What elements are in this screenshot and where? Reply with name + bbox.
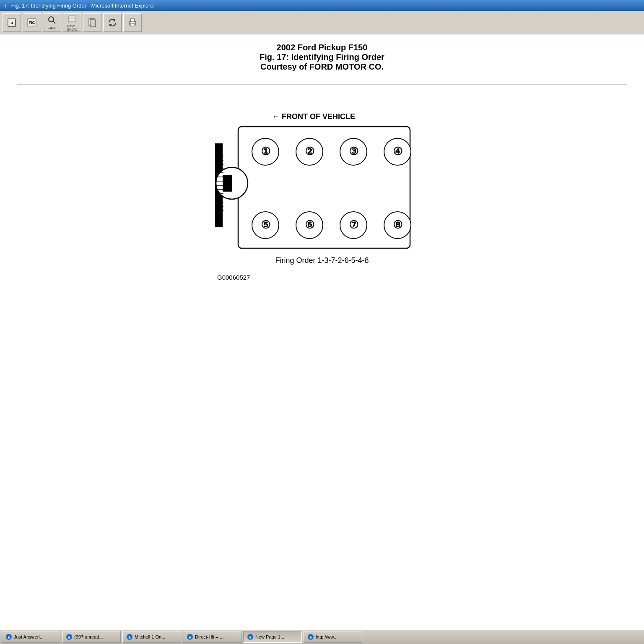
fig-button[interactable]: FIG xyxy=(23,13,41,32)
taskbar-item-unread[interactable]: e (997 unread... xyxy=(62,631,121,643)
svg-rect-9 xyxy=(90,20,96,27)
svg-text:③: ③ xyxy=(349,145,358,158)
taskbar-label-2: (997 unread... xyxy=(74,634,103,639)
prev-fig-icon: ◄ xyxy=(7,18,17,28)
svg-text:e: e xyxy=(128,635,130,639)
find-button[interactable]: FIND xyxy=(43,13,61,32)
svg-text:①: ① xyxy=(261,145,270,158)
taskbar-item-newpage[interactable]: e New Page 1 ... xyxy=(243,631,302,643)
svg-text:e: e xyxy=(189,635,191,639)
taskbar-ie-icon-6: e xyxy=(307,634,314,640)
taskbar-label-1: Just Answerl... xyxy=(14,634,44,639)
fig-title: Fig. 17: Identifying Firing Order xyxy=(17,52,627,62)
hide-show-button[interactable]: HIDESHOW xyxy=(63,13,81,32)
svg-text:← FRONT OF VEHICLE: ← FRONT OF VEHICLE xyxy=(272,112,355,121)
copy-button[interactable] xyxy=(83,13,101,32)
svg-text:Firing Order 1-3-7-2-6-5-4-8: Firing Order 1-3-7-2-6-5-4-8 xyxy=(275,256,369,265)
taskbar-ie-icon-4: e xyxy=(187,634,193,640)
svg-rect-6 xyxy=(68,16,76,22)
svg-line-5 xyxy=(53,21,55,23)
print-button[interactable] xyxy=(123,13,142,32)
hide-show-icon xyxy=(67,14,77,24)
page-header: 2002 Ford Pickup F150 Fig. 17: Identifyi… xyxy=(17,43,627,72)
svg-text:⑧: ⑧ xyxy=(393,218,402,231)
svg-text:⑤: ⑤ xyxy=(261,218,270,231)
taskbar-label-6: http://ww... xyxy=(316,634,338,639)
taskbar-item-http[interactable]: e http://ww... xyxy=(304,631,362,643)
svg-text:⑥: ⑥ xyxy=(305,218,314,231)
taskbar: e Just Answerl... e (997 unread... e Mit… xyxy=(0,629,644,644)
svg-text:FIG: FIG xyxy=(29,21,35,25)
vehicle-title: 2002 Ford Pickup F150 xyxy=(17,43,627,52)
taskbar-item-directhit[interactable]: e Direct-Hit -- ... xyxy=(183,631,242,643)
diagram-container: ← FRONT OF VEHICLE xyxy=(17,101,627,286)
refresh-button[interactable] xyxy=(103,13,122,32)
refresh-icon xyxy=(107,18,117,28)
print-icon xyxy=(127,18,138,28)
main-content: 2002 Ford Pickup F150 Fig. 17: Identifyi… xyxy=(0,34,644,629)
svg-rect-12 xyxy=(130,23,135,26)
toolbar: ◄ FIG FIND HIDESHOW xyxy=(0,11,644,34)
svg-text:e: e xyxy=(309,635,312,639)
taskbar-item-mitchell[interactable]: e Mitchell 1 On... xyxy=(122,631,181,643)
taskbar-item-justanswer[interactable]: e Just Answerl... xyxy=(2,631,60,643)
taskbar-ie-icon-3: e xyxy=(126,634,133,640)
svg-text:e: e xyxy=(8,635,10,639)
title-bar-text: n - Fig. 17: Identifying Firing Order - … xyxy=(3,3,155,9)
svg-text:e: e xyxy=(249,635,251,639)
taskbar-label-5: New Page 1 ... xyxy=(255,634,286,639)
taskbar-label-4: Direct-Hit -- ... xyxy=(195,634,223,639)
courtesy-text: Courtesy of FORD MOTOR CO. xyxy=(17,62,627,72)
find-icon xyxy=(47,15,57,25)
svg-rect-31 xyxy=(223,175,232,192)
taskbar-ie-icon-2: e xyxy=(66,634,73,640)
prev-fig-button[interactable]: ◄ xyxy=(3,13,21,32)
fig-icon: FIG xyxy=(27,18,37,28)
svg-text:④: ④ xyxy=(393,145,402,158)
taskbar-ie-icon-5: e xyxy=(247,634,254,640)
firing-order-diagram: ← FRONT OF VEHICLE xyxy=(192,101,452,286)
copy-icon xyxy=(87,18,97,28)
taskbar-label-3: Mitchell 1 On... xyxy=(135,634,165,639)
svg-rect-11 xyxy=(130,19,135,22)
svg-text:②: ② xyxy=(305,145,314,158)
svg-text:⑦: ⑦ xyxy=(349,218,358,231)
header-divider xyxy=(17,84,627,85)
svg-text:G00060527: G00060527 xyxy=(217,274,250,281)
taskbar-ie-icon-1: e xyxy=(5,634,12,640)
svg-text:◄: ◄ xyxy=(10,21,14,25)
title-bar: n - Fig. 17: Identifying Firing Order - … xyxy=(0,0,644,11)
svg-text:e: e xyxy=(68,635,70,639)
